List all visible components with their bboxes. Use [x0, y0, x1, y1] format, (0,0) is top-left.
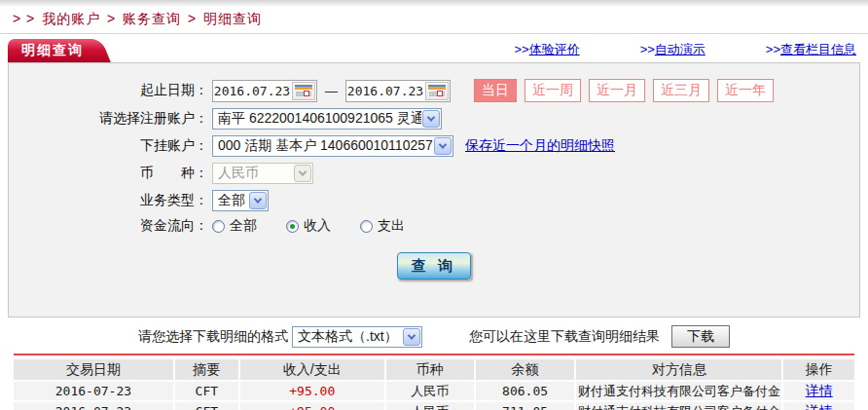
- business-type-select[interactable]: 全部: [212, 190, 269, 211]
- link-arrows: >>: [640, 42, 655, 56]
- end-date-input[interactable]: [346, 82, 424, 100]
- breadcrumb-prefix: > >: [13, 11, 35, 26]
- link-view-column-info[interactable]: >>查看栏目信息: [766, 41, 856, 58]
- radio-icon[interactable]: [212, 220, 225, 233]
- start-date-field: [212, 80, 317, 102]
- query-button[interactable]: 查 询: [397, 252, 471, 280]
- top-links: >>体验评价 >>自动演示 >>查看栏目信息: [514, 41, 860, 62]
- save-snapshot-link[interactable]: 保存近一个月的明细快照: [465, 137, 615, 155]
- business-type-label: 业务类型：: [9, 192, 208, 209]
- link-arrows: >>: [766, 42, 780, 56]
- results-table: 交易日期 摘要 收入/支出 币种 余额 对方信息 操作 2016-07-23 C…: [14, 359, 854, 410]
- end-date-field: [345, 80, 451, 102]
- chevron-down-icon[interactable]: [403, 328, 420, 346]
- header-counterparty: 对方信息: [576, 359, 783, 380]
- detail-link[interactable]: 详情: [806, 403, 833, 410]
- download-button[interactable]: 下载: [671, 325, 730, 348]
- fund-flow-income-option[interactable]: 收入: [286, 217, 331, 235]
- end-date-calendar-button[interactable]: [425, 82, 449, 100]
- header-action: 操作: [783, 359, 854, 380]
- tab-detail-query[interactable]: 明细查询: [8, 39, 93, 62]
- chevron-down-icon[interactable]: [249, 192, 267, 209]
- currency-row: 币 种： 人民币: [9, 163, 859, 184]
- breadcrumb-item-account-query[interactable]: 账务查询: [123, 11, 181, 26]
- chevron-down-icon[interactable]: [422, 110, 440, 128]
- download-bar: 请您选择下载明细的格式 文本格式（.txt） 您可以在这里下载查询明细结果 下载: [0, 324, 868, 349]
- table-header-row: 交易日期 摘要 收入/支出 币种 余额 对方信息 操作: [14, 359, 854, 380]
- radio-checked-icon[interactable]: [286, 220, 299, 233]
- cell-balance: 711.05: [476, 402, 577, 410]
- download-format-select[interactable]: 文本格式（.txt）: [292, 326, 422, 348]
- breadcrumb-separator: >: [188, 11, 197, 26]
- quick-range-buttons: 当日 近一周 近一月 近三月 近一年: [466, 79, 774, 102]
- cell-income-expense: +95.00: [240, 402, 386, 410]
- breadcrumb: > > 我的账户 > 账务查询 > 明细查询: [0, 7, 868, 33]
- chevron-down-icon[interactable]: [434, 137, 452, 155]
- sub-account-select[interactable]: 000 活期 基本户 1406600101102571848: [212, 135, 453, 157]
- date-range-label: 起止日期：: [9, 82, 208, 99]
- business-type-row: 业务类型： 全部: [9, 190, 859, 211]
- fund-flow-radio-group: 全部 收入 支出: [212, 217, 434, 235]
- cell-counterparty: 财付通支付科技有限公司客户备付金: [576, 382, 783, 400]
- table-top-rule: [14, 354, 854, 355]
- radio-label: 全部: [230, 217, 257, 235]
- radio-label: 支出: [378, 217, 405, 235]
- tab-row: 明细查询 >>体验评价 >>自动演示 >>查看栏目信息: [0, 34, 868, 62]
- breadcrumb-item-detail-query[interactable]: 明细查询: [203, 11, 262, 26]
- link-arrows: >>: [514, 42, 528, 56]
- start-date-calendar-button[interactable]: [292, 82, 315, 100]
- link-label: 体验评价: [529, 42, 580, 56]
- register-account-value: 南平 6222001406100921065 灵通卡: [213, 110, 421, 128]
- cell-trade-date: 2016-07-23: [14, 382, 175, 400]
- download-format-label: 请您选择下载明细的格式: [138, 328, 288, 346]
- quick-range-year-button[interactable]: 近一年: [717, 79, 774, 102]
- start-date-input[interactable]: [213, 82, 291, 100]
- link-label: 自动演示: [655, 42, 705, 56]
- query-form-panel: 起止日期： —: [8, 62, 860, 317]
- currency-select: 人民币: [212, 163, 313, 184]
- register-account-label: 请选择注册账户：: [9, 110, 208, 128]
- quick-range-quarter-button[interactable]: 近三月: [653, 79, 709, 102]
- register-account-select[interactable]: 南平 6222001406100921065 灵通卡: [212, 108, 442, 130]
- date-range-row: 起止日期： —: [9, 79, 859, 102]
- download-format-value: 文本格式（.txt）: [293, 328, 402, 346]
- breadcrumb-item-my-account[interactable]: 我的账户: [42, 11, 100, 26]
- header-trade-date: 交易日期: [14, 359, 175, 380]
- header-balance: 余额: [476, 359, 577, 380]
- sub-account-value: 000 活期 基本户 1406600101102571848: [213, 137, 433, 155]
- quick-range-today-button[interactable]: 当日: [474, 79, 517, 102]
- fund-flow-row: 资金流向： 全部 收入 支出: [9, 217, 859, 235]
- fund-flow-label: 资金流向：: [9, 217, 208, 235]
- business-type-value: 全部: [213, 192, 248, 209]
- register-account-row: 请选择注册账户： 南平 6222001406100921065 灵通卡: [9, 108, 859, 130]
- currency-label: 币 种：: [9, 165, 208, 182]
- sub-account-label: 下挂账户：: [9, 137, 208, 155]
- date-range-dash: —: [325, 84, 338, 98]
- cell-trade-date: 2016-07-23: [14, 402, 175, 410]
- link-auto-demo[interactable]: >>自动演示: [640, 41, 705, 58]
- quick-range-week-button[interactable]: 近一周: [524, 79, 581, 102]
- quick-range-month-button[interactable]: 近一月: [589, 79, 645, 102]
- cell-currency: 人民币: [386, 382, 476, 400]
- table-row: 2016-07-23 CFT +95.00 人民币 711.05 财付通支付科技…: [14, 402, 854, 410]
- fund-flow-all-option[interactable]: 全部: [212, 217, 257, 235]
- download-hint: 您可以在这里下载查询明细结果: [469, 328, 660, 346]
- chevron-down-icon: [294, 165, 311, 182]
- header-summary: 摘要: [175, 359, 240, 380]
- fund-flow-expense-option[interactable]: 支出: [360, 217, 405, 235]
- detail-link[interactable]: 详情: [806, 383, 833, 398]
- header-currency: 币种: [386, 359, 476, 380]
- radio-label: 收入: [304, 217, 331, 235]
- cell-summary: CFT: [175, 402, 240, 410]
- cell-balance: 806.05: [476, 382, 577, 400]
- link-label: 查看栏目信息: [780, 42, 856, 56]
- header-income-expense: 收入/支出: [240, 359, 386, 380]
- sub-account-row: 下挂账户： 000 活期 基本户 1406600101102571848 保存近…: [9, 135, 859, 157]
- link-experience-rating[interactable]: >>体验评价: [514, 41, 579, 58]
- cell-counterparty: 财付通支付科技有限公司客户备付金: [576, 402, 783, 410]
- radio-icon[interactable]: [360, 220, 373, 233]
- top-gradient-strip: [0, 0, 868, 7]
- currency-value: 人民币: [213, 165, 264, 182]
- calendar-icon: [428, 85, 446, 97]
- breadcrumb-separator: >: [107, 11, 116, 26]
